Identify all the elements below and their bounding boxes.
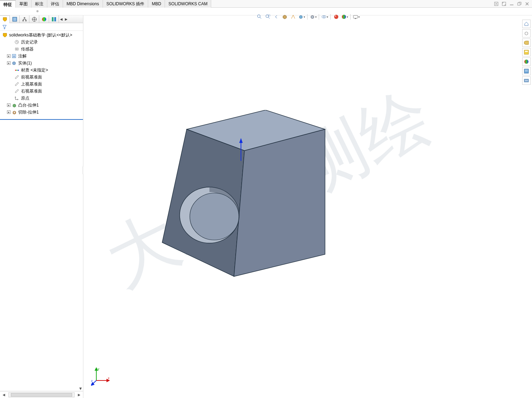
panel-tab-right-arrow-icon[interactable]: ► [64, 17, 69, 22]
panel-tab-study-icon[interactable] [49, 15, 59, 23]
zoom-area-icon[interactable] [264, 13, 271, 20]
tree-item[interactable]: 历史记录 [0, 39, 83, 46]
view-settings-icon[interactable]: ▾ [353, 13, 360, 20]
expand-icon [10, 89, 13, 93]
svg-point-42 [190, 193, 239, 240]
taskpane-resources-icon[interactable] [522, 29, 531, 37]
expand-icon[interactable]: ▸ [7, 110, 11, 114]
graphics-viewport[interactable]: ▾ ▾ ▾ ▾ ▾ 大水牛测绘 [83, 15, 532, 398]
tree-item-label: 传感器 [21, 46, 34, 52]
panel-tab-feature-tree-icon[interactable] [0, 15, 10, 23]
part-icon [2, 32, 8, 38]
display-style-icon[interactable]: ▾ [310, 13, 317, 20]
taskpane-home-icon[interactable] [522, 20, 531, 28]
expand-icon[interactable]: ▸ [7, 103, 11, 107]
scroll-right-icon[interactable]: ► [77, 392, 82, 397]
tab-swaddin[interactable]: SOLIDWORKS 插件 [103, 0, 148, 8]
taskpane-file-explorer-icon[interactable] [522, 48, 531, 56]
scrollbar-horizontal[interactable] [8, 392, 75, 397]
tree-item-label: 历史记录 [21, 39, 38, 45]
view-triad[interactable]: y x z [91, 366, 111, 386]
svg-text:A: A [13, 55, 15, 58]
scroll-left-icon[interactable]: ◄ [1, 392, 6, 397]
restore-icon[interactable] [517, 1, 522, 7]
main-tabbar: 特征 草图 标注 评估 MBD Dimensions SOLIDWORKS 插件… [0, 0, 532, 8]
tree-item-label: 注解 [18, 53, 27, 59]
tab-features[interactable]: 特征 [0, 0, 16, 8]
appearance-icon[interactable] [333, 13, 340, 20]
scroll-thumb[interactable] [11, 393, 72, 397]
zoom-fit-icon[interactable] [256, 13, 263, 20]
taskpane-design-library-icon[interactable] [522, 39, 531, 47]
scroll-down-icon[interactable]: ▼ [78, 386, 83, 391]
svg-point-14 [42, 17, 46, 21]
svg-rect-25 [14, 111, 15, 114]
close-icon[interactable] [524, 1, 530, 7]
panel-tab-display-icon[interactable] [39, 15, 49, 23]
plane-icon [14, 88, 20, 94]
svg-rect-52 [525, 51, 528, 52]
window-controls [491, 0, 532, 7]
tree-item[interactable]: 原点 [0, 95, 83, 102]
panel-bottom-bar: ◄ ► [0, 391, 83, 398]
rollback-bar[interactable] [0, 119, 83, 120]
tab-mbd[interactable]: MBD [148, 0, 165, 8]
taskpane-view-palette-icon[interactable] [522, 57, 531, 66]
tree-item[interactable]: 前视基准面 [0, 74, 83, 81]
tree-item[interactable]: ▸ 切除-拉伸1 [0, 109, 83, 116]
tree-item-label: 材质 <未指定> [21, 67, 48, 73]
svg-rect-9 [22, 20, 24, 21]
panel-tab-config-icon[interactable] [20, 15, 29, 23]
tree-filter-row[interactable] [0, 23, 83, 31]
expand-icon [10, 40, 13, 44]
expand-icon [10, 82, 13, 86]
panel-tab-left-arrow-icon[interactable]: ◄ [59, 17, 64, 22]
tree-item[interactable]: ▸ 实体(1) [0, 60, 83, 67]
dynamic-annotation-icon[interactable] [290, 13, 297, 20]
svg-rect-15 [52, 17, 54, 21]
extrude-boss-icon [11, 102, 17, 108]
scene-icon[interactable]: ▾ [341, 13, 348, 20]
svg-rect-23 [16, 70, 18, 71]
tree-item[interactable]: ▸ A 注解 [0, 53, 83, 60]
viewport-expand-icon[interactable] [501, 1, 507, 7]
tree-item[interactable]: ▸ 凸台-拉伸1 [0, 102, 83, 109]
minimize-icon[interactable] [509, 1, 514, 7]
plane-icon [14, 81, 20, 87]
svg-point-26 [257, 15, 260, 18]
tree-item[interactable]: 上视基准面 [0, 81, 83, 88]
taskpane-custom-props-icon[interactable] [522, 76, 531, 85]
tree-item[interactable]: 右视基准面 [0, 88, 83, 95]
tree-item-label: 切除-拉伸1 [18, 109, 39, 115]
plane-icon [14, 74, 20, 80]
section-view-icon[interactable] [281, 13, 288, 20]
expand-icon[interactable]: ▸ [7, 61, 11, 65]
tab-sketch[interactable]: 草图 [16, 0, 32, 8]
tab-evaluate[interactable]: 评估 [47, 0, 63, 8]
feature-manager-panel: ◄ ► solidworks基础教学 (默认<<默认> 历史记录 传感器 ▸ [0, 15, 83, 398]
tree-item[interactable]: 传感器 [0, 46, 83, 53]
view-orientation-icon[interactable]: ▾ [298, 13, 305, 20]
hide-show-icon[interactable]: ▾ [321, 13, 328, 20]
prev-view-icon[interactable] [273, 13, 280, 20]
tree-item[interactable]: 材质 <未指定> [0, 67, 83, 74]
svg-rect-10 [25, 20, 27, 21]
origin-icon [14, 95, 20, 101]
model-3d-rendering [157, 110, 353, 285]
taskpane-appearance-icon[interactable] [522, 67, 531, 75]
annotation-icon: A [11, 53, 17, 59]
svg-line-29 [268, 17, 270, 19]
tree-root-label: solidworks基础教学 (默认<<默认> [9, 32, 72, 38]
viewport-collapse-icon[interactable] [493, 1, 499, 7]
svg-rect-3 [518, 3, 520, 5]
panel-tab-dimxpert-icon[interactable] [29, 15, 39, 23]
expand-icon[interactable]: ▸ [7, 54, 11, 58]
tab-swcam[interactable]: SOLIDWORKS CAM [165, 0, 211, 8]
tree-root[interactable]: solidworks基础教学 (默认<<默认> [0, 32, 83, 39]
panel-tab-property-icon[interactable] [10, 15, 20, 23]
tree-item-label: 右视基准面 [21, 88, 42, 94]
svg-rect-22 [15, 70, 16, 71]
tab-mbddim[interactable]: MBD Dimensions [63, 0, 103, 8]
tab-markup[interactable]: 标注 [32, 0, 47, 8]
svg-point-32 [323, 16, 324, 18]
